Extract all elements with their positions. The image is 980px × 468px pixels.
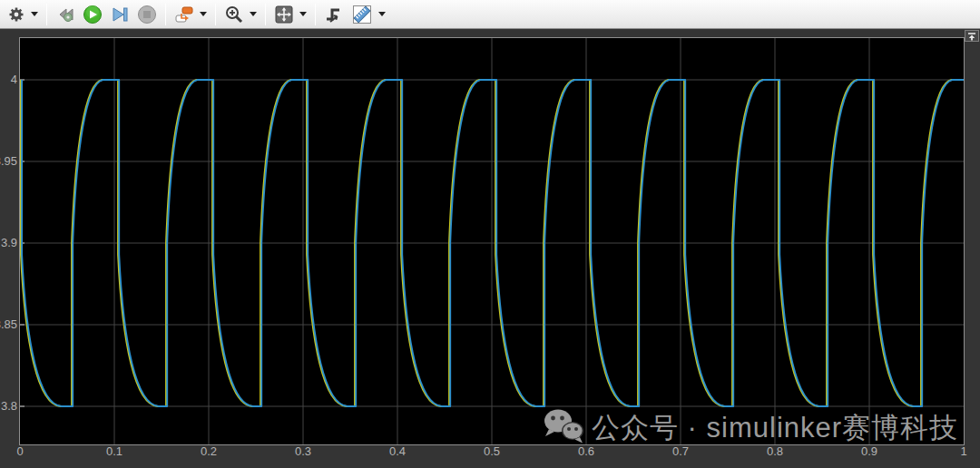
x-tick-label: 0.5: [472, 444, 512, 459]
x-tick-label: 0.2: [189, 444, 229, 459]
toolbar-separator: [265, 4, 266, 25]
gear-icon: [7, 5, 25, 24]
arrow-up-icon: [967, 28, 976, 44]
simulink-blocks-icon: [174, 5, 194, 24]
stop-icon: [137, 5, 157, 24]
y-tick-label: 3.85: [0, 317, 17, 332]
toolbar-separator: [46, 4, 47, 25]
measurements-button[interactable]: [348, 3, 377, 26]
step-back-icon: [55, 5, 75, 24]
step-forward-button[interactable]: [106, 3, 133, 26]
y-tick-label: 3.95: [0, 154, 17, 169]
scope-toolbar: [0, 0, 980, 29]
grid-lines: [20, 38, 964, 444]
fit-to-view-dropdown-caret[interactable]: [299, 12, 307, 16]
waveform-plot: [20, 38, 964, 444]
step-back-button[interactable]: [52, 3, 79, 26]
plot-area[interactable]: [19, 37, 965, 445]
x-tick-label: 0.9: [849, 444, 889, 459]
x-tick-label: 0.3: [283, 444, 323, 459]
toolbar-separator: [315, 4, 316, 25]
zoom-dropdown-caret[interactable]: [250, 12, 257, 16]
x-tick-label: 1: [944, 444, 980, 459]
scope-window: 43.953.93.853.8 00.10.20.30.40.50.60.70.…: [0, 0, 980, 468]
ruler-icon: [351, 4, 373, 25]
highlight-block-button[interactable]: [171, 3, 198, 26]
x-tick-label: 0.4: [377, 444, 417, 459]
toolbar-separator: [165, 4, 166, 25]
x-tick-label: 0: [0, 444, 40, 459]
y-tick-label: 3.9: [0, 236, 17, 250]
x-tick-label: 0.6: [566, 444, 606, 459]
settings-gear-button[interactable]: [4, 3, 29, 26]
y-tick-label: 4: [0, 73, 17, 87]
stop-button[interactable]: [133, 3, 161, 26]
run-button[interactable]: [79, 3, 106, 26]
toolbar-separator: [215, 4, 216, 25]
highlight-block-dropdown-caret[interactable]: [200, 12, 207, 16]
measurements-dropdown-caret[interactable]: [378, 12, 386, 16]
collapse-panel-button[interactable]: [965, 30, 979, 42]
scope-canvas: 43.953.93.853.8 00.10.20.30.40.50.60.70.…: [0, 29, 980, 468]
zoom-button[interactable]: [220, 3, 248, 26]
run-play-icon: [83, 5, 103, 24]
step-forward-icon: [110, 5, 130, 24]
x-tick-label: 0.1: [94, 444, 134, 459]
fit-to-view-icon: [274, 5, 294, 24]
settings-dropdown-caret[interactable]: [31, 12, 38, 16]
x-tick-label: 0.7: [661, 444, 701, 459]
trigger-button[interactable]: [320, 3, 348, 26]
fit-to-view-button[interactable]: [270, 3, 298, 26]
zoom-magnifier-icon: [224, 5, 244, 24]
x-tick-label: 0.8: [755, 444, 795, 459]
trigger-step-icon: [324, 5, 344, 24]
y-tick-label: 3.8: [0, 399, 17, 414]
